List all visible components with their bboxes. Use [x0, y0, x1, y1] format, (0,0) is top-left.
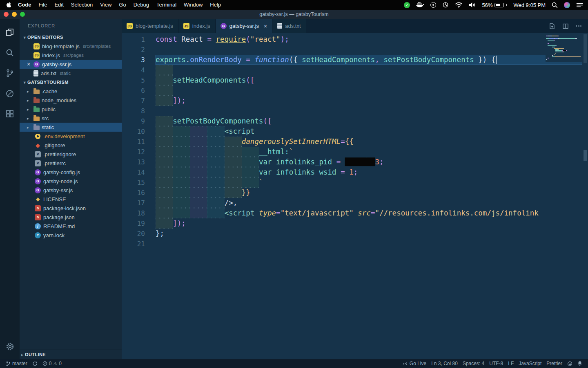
- tree-file-package-lock.json[interactable]: npackage-lock.json: [20, 204, 122, 213]
- tree-folder-static[interactable]: ▸static: [20, 123, 122, 132]
- tree-file-gatsby-node.js[interactable]: Ggatsby-node.js: [20, 177, 122, 186]
- tab-index.js[interactable]: JSindex.js: [178, 19, 216, 33]
- git-branch-indicator[interactable]: master: [3, 359, 30, 368]
- code-line[interactable]: 15`: [122, 177, 588, 188]
- code-line[interactable]: 13var infolinks_pid = ███████3;: [122, 157, 588, 167]
- tree-file-.prettierrc[interactable]: P.prettierrc: [20, 159, 122, 168]
- tree-file-.gitignore[interactable]: ◆.gitignore: [20, 141, 122, 150]
- tree-file-gatsby-ssr.js[interactable]: Ggatsby-ssr.js: [20, 186, 122, 195]
- code-line[interactable]: 16}}: [122, 188, 588, 198]
- window-title-bar[interactable]: gatsby-ssr.js — gatsbyTourism: [0, 10, 588, 19]
- open-editor-blog-template.js[interactable]: JSblog-template.jssrc/templates: [20, 42, 122, 51]
- close-tab-icon[interactable]: ×: [264, 23, 267, 29]
- go-live-button[interactable]: Go Live: [400, 359, 429, 368]
- code-line[interactable]: 12__html:`: [122, 147, 588, 157]
- settings-gear-icon[interactable]: [0, 336, 20, 357]
- spotlight-search-icon[interactable]: [552, 2, 558, 8]
- code-line[interactable]: 7]);: [122, 96, 588, 106]
- status-menu-icon[interactable]: [430, 2, 436, 8]
- code-line[interactable]: 18<script type="text/javascript" src="//…: [122, 208, 588, 218]
- close-window-button[interactable]: [4, 12, 9, 17]
- language-mode[interactable]: JavaScript: [516, 359, 544, 368]
- code-line[interactable]: 17/>,: [122, 198, 588, 208]
- feedback-smiley-icon[interactable]: [565, 359, 575, 368]
- sync-button[interactable]: [30, 359, 40, 368]
- tab-ads.txt[interactable]: ads.txt: [272, 19, 306, 33]
- extensions-icon[interactable]: [0, 104, 20, 124]
- menu-item-window[interactable]: Window: [180, 0, 206, 10]
- tab-gatsby-ssr.js[interactable]: Ggatsby-ssr.js×: [216, 19, 272, 33]
- tree-file-yarn.lock[interactable]: Yyarn.lock: [20, 231, 122, 240]
- open-editors-section-header[interactable]: ▾ OPEN EDITORS: [20, 33, 122, 42]
- wifi-icon[interactable]: [455, 2, 463, 8]
- code-line[interactable]: 3exports.onRenderBody = function({ setHe…: [122, 55, 588, 65]
- scrollbar-thumb[interactable]: [584, 34, 587, 63]
- code-line[interactable]: 14var infolinks_wsid = 1;: [122, 167, 588, 177]
- tree-folder-.cache[interactable]: ▸.cache: [20, 87, 122, 96]
- tree-folder-src[interactable]: ▸src: [20, 114, 122, 123]
- project-section-header[interactable]: ▾ GATSBYTOURISM: [20, 78, 122, 87]
- open-editor-ads.txt[interactable]: ads.txtstatic: [20, 69, 122, 78]
- menu-item-file[interactable]: File: [35, 0, 51, 10]
- open-editor-gatsby-ssr.js[interactable]: ×Ggatsby-ssr.js: [20, 60, 122, 69]
- code-area[interactable]: 1const React = require("react");23export…: [122, 33, 588, 359]
- open-changes-icon[interactable]: [549, 23, 555, 29]
- tree-folder-node_modules[interactable]: ▸node_modules: [20, 96, 122, 105]
- formatter-indicator[interactable]: Prettier: [544, 359, 565, 368]
- problems-indicator[interactable]: 0 ⚠ 0: [40, 359, 64, 368]
- siri-icon[interactable]: [564, 2, 570, 8]
- open-editor-index.js[interactable]: JSindex.jssrc/pages: [20, 51, 122, 60]
- code-line[interactable]: 21: [122, 239, 588, 249]
- indentation-indicator[interactable]: Spaces: 4: [460, 359, 487, 368]
- battery-indicator[interactable]: 56%: [482, 2, 507, 8]
- code-line[interactable]: 10<script: [122, 126, 588, 137]
- notifications-bell-icon[interactable]: [575, 359, 585, 368]
- source-control-icon[interactable]: [0, 63, 20, 83]
- more-actions-icon[interactable]: [576, 25, 581, 27]
- tree-file-gatsby-config.js[interactable]: Ggatsby-config.js: [20, 168, 122, 177]
- menu-item-terminal[interactable]: Terminal: [153, 0, 180, 10]
- tree-file-README.md[interactable]: iREADME.md: [20, 222, 122, 231]
- docker-whale-icon[interactable]: [416, 2, 424, 8]
- menu-item-debug[interactable]: Debug: [130, 0, 153, 10]
- outline-section-header[interactable]: ▸ OUTLINE: [20, 350, 122, 359]
- code-line[interactable]: 6: [122, 85, 588, 96]
- minimize-window-button[interactable]: [12, 12, 17, 17]
- menu-item-selection[interactable]: Selection: [67, 0, 96, 10]
- search-icon[interactable]: [0, 43, 20, 63]
- code-line[interactable]: 1const React = require("react");: [122, 34, 588, 45]
- tree-file-.env.development[interactable]: .env.development: [20, 132, 122, 141]
- volume-icon[interactable]: [469, 2, 476, 8]
- code-editor[interactable]: 1const React = require("react");23export…: [122, 33, 588, 359]
- eol-indicator[interactable]: LF: [506, 359, 516, 368]
- code-line[interactable]: 2: [122, 45, 588, 55]
- code-line[interactable]: 19]);: [122, 218, 588, 229]
- tree-file-.prettierignore[interactable]: P.prettierignore: [20, 150, 122, 159]
- encoding-indicator[interactable]: UTF-8: [487, 359, 506, 368]
- cursor-position[interactable]: Ln 3, Col 80: [429, 359, 460, 368]
- split-editor-icon[interactable]: [562, 23, 569, 29]
- menu-item-edit[interactable]: Edit: [51, 0, 67, 10]
- minimap[interactable]: [546, 34, 582, 62]
- tree-file-package.json[interactable]: npackage.json: [20, 213, 122, 222]
- time-machine-clock-icon[interactable]: [442, 2, 449, 8]
- tab-blog-template.js[interactable]: JSblog-template.js: [122, 19, 178, 33]
- menu-item-help[interactable]: Help: [206, 0, 225, 10]
- tree-folder-public[interactable]: ▸public: [20, 105, 122, 114]
- green-check-menu-icon[interactable]: ✓: [404, 2, 410, 8]
- code-line[interactable]: 20};: [122, 229, 588, 239]
- apple-menu-icon[interactable]: [5, 2, 14, 8]
- notification-center-icon[interactable]: [576, 2, 583, 8]
- app-menu-code[interactable]: Code: [14, 0, 35, 10]
- debug-icon[interactable]: [0, 83, 20, 104]
- code-line[interactable]: 4: [122, 65, 588, 75]
- tree-file-LICENSE[interactable]: ◈LICENSE: [20, 195, 122, 204]
- code-line[interactable]: 11dangerouslySetInnerHTML={{: [122, 137, 588, 147]
- vertical-scrollbar[interactable]: [582, 33, 588, 359]
- code-line[interactable]: 8: [122, 106, 588, 116]
- code-line[interactable]: 9setPostBodyComponents([: [122, 116, 588, 126]
- menu-item-go[interactable]: Go: [115, 0, 129, 10]
- close-editor-icon[interactable]: ×: [27, 60, 30, 69]
- code-line[interactable]: 5setHeadComponents([: [122, 75, 588, 85]
- zoom-window-button[interactable]: [20, 12, 25, 17]
